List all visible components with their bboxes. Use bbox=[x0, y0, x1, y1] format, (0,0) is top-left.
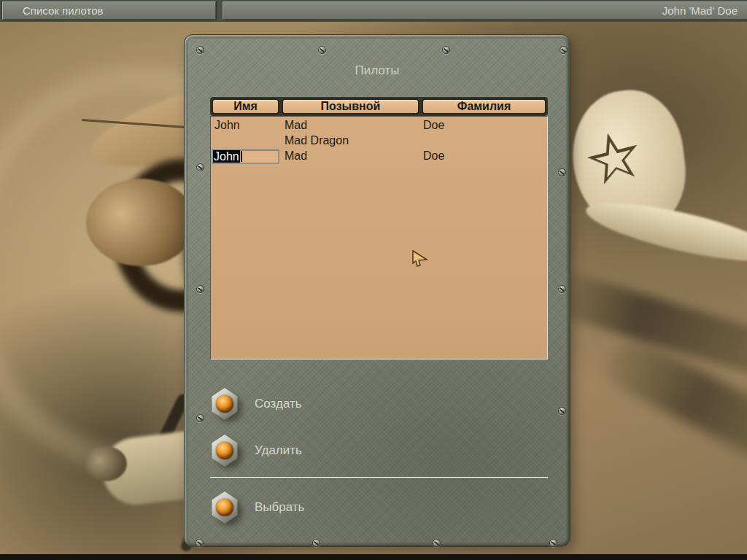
name-edit-field[interactable]: John bbox=[212, 149, 279, 164]
right-plane-stabilizer-shape bbox=[582, 191, 747, 272]
current-pilot-tab: John 'Mad' Doe bbox=[222, 1, 747, 20]
table-row-editing[interactable]: John Mad Doe bbox=[211, 149, 547, 164]
select-button[interactable]: Выбрать bbox=[211, 491, 304, 524]
create-button-label: Создать bbox=[255, 397, 302, 411]
column-header-name[interactable]: Имя bbox=[212, 98, 279, 114]
propeller-spinner-shape bbox=[86, 179, 196, 266]
cell-callsign: Mad bbox=[285, 149, 307, 163]
star-icon: ★ bbox=[588, 131, 640, 187]
column-header-surname[interactable]: Фамилия bbox=[422, 98, 546, 114]
table-row[interactable]: Mad Dragon bbox=[211, 133, 547, 149]
bolt-icon bbox=[211, 435, 239, 467]
selected-text: John bbox=[213, 150, 240, 163]
smoke-trail-shape bbox=[599, 331, 747, 474]
screw-icon bbox=[560, 46, 568, 54]
divider-line bbox=[210, 477, 548, 478]
table-row[interactable]: John Mad Doe bbox=[211, 118, 547, 133]
cell-callsign: Mad bbox=[285, 119, 307, 132]
text-caret bbox=[241, 151, 242, 162]
screw-icon bbox=[196, 285, 204, 293]
screw-icon bbox=[312, 539, 320, 547]
screw-icon bbox=[196, 539, 204, 547]
screw-icon bbox=[442, 46, 450, 54]
right-plane-tail-fin-shape bbox=[565, 84, 692, 236]
lower-plane-spinner-shape bbox=[85, 446, 127, 481]
pilot-list[interactable]: John Mad Doe Mad Dragon John Mad Doe bbox=[210, 116, 548, 359]
screw-icon bbox=[433, 539, 441, 547]
delete-button[interactable]: Удалить bbox=[211, 434, 302, 467]
screw-icon bbox=[196, 414, 204, 422]
screen-title-tab: Список пилотов bbox=[1, 1, 217, 20]
cell-surname: Doe bbox=[423, 149, 444, 163]
select-button-label: Выбрать bbox=[255, 500, 304, 515]
cell-callsign: Mad Dragon bbox=[285, 134, 349, 147]
game-screen: ★ ★ Список пилотов John 'Mad' Doe Пилоты bbox=[0, 0, 747, 560]
bolt-icon bbox=[211, 491, 239, 524]
screw-icon bbox=[558, 285, 566, 293]
table-header: Имя Позывной Фамилия bbox=[210, 97, 548, 116]
delete-button-label: Удалить bbox=[255, 443, 302, 458]
screw-icon bbox=[318, 46, 326, 54]
screw-icon bbox=[558, 168, 566, 176]
cell-name: John bbox=[214, 119, 240, 132]
smoke-trail-shape bbox=[540, 266, 747, 380]
bolt-icon bbox=[211, 388, 239, 420]
cell-surname: Doe bbox=[423, 119, 444, 132]
bottom-letterbox-strip bbox=[0, 554, 747, 560]
screw-icon bbox=[549, 539, 557, 547]
screw-icon bbox=[196, 163, 204, 171]
star-icon: ★ bbox=[576, 117, 651, 197]
pilots-dialog: Пилоты Имя Позывной Фамилия John Mad Doe… bbox=[184, 34, 570, 547]
screw-icon bbox=[196, 46, 204, 54]
create-button[interactable]: Создать bbox=[211, 387, 302, 421]
column-header-callsign[interactable]: Позывной bbox=[282, 98, 419, 114]
dialog-title: Пилоты bbox=[185, 63, 570, 78]
top-bar: Список пилотов John 'Mad' Doe bbox=[0, 0, 747, 22]
arrow-cursor bbox=[411, 250, 430, 271]
screw-icon bbox=[558, 407, 566, 415]
